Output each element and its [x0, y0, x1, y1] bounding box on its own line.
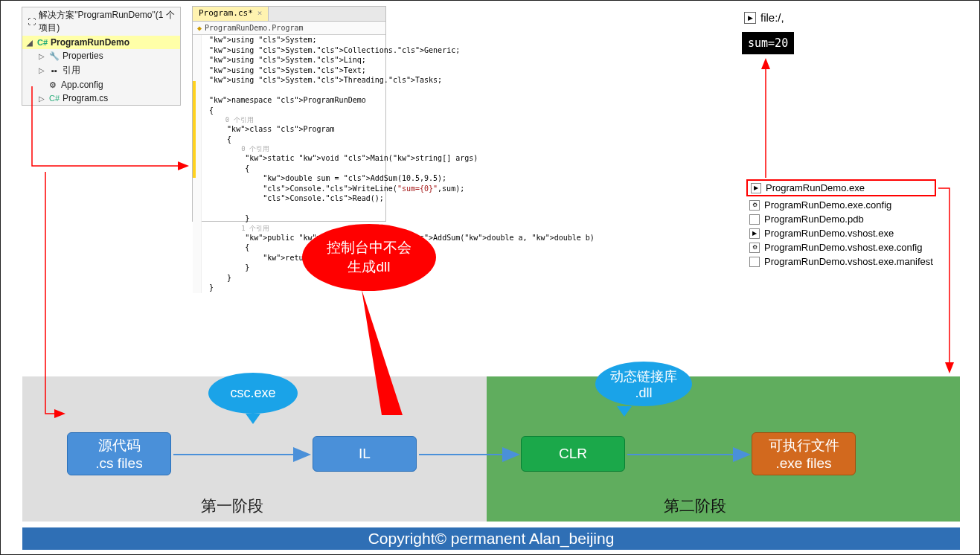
node-src-l1: 源代码 — [98, 436, 141, 455]
stage2-label: 第二阶段 — [664, 495, 726, 516]
project-name: ProgramRunDemo — [51, 37, 129, 48]
expand-icon[interactable]: ▷ — [39, 94, 46, 103]
editor-tab[interactable]: Program.cs* × — [193, 7, 269, 21]
node-il: IL — [313, 436, 417, 472]
file-icon — [749, 214, 760, 225]
project-row[interactable]: ◢ C# ProgramRunDemo — [22, 36, 180, 49]
code-line: "kw">using "cls">System."cls">Collection… — [203, 45, 385, 56]
red-callout: 控制台中不会 生成dll — [302, 224, 436, 291]
file-icon: ⚙ — [749, 243, 760, 253]
file-icon: ▶ — [749, 228, 760, 239]
dll-l2: .dll — [635, 385, 652, 401]
node-source: 源代码 .cs files — [67, 432, 171, 475]
cs-icon: C# — [49, 94, 60, 103]
file-row[interactable]: ▶ProgramRunDemo.exe — [746, 179, 936, 196]
callout-line2: 生成dll — [327, 257, 411, 277]
output-file-list: ▶ProgramRunDemo.exe⚙ProgramRunDemo.exe.c… — [746, 179, 936, 269]
config-icon: ⚙ — [48, 80, 58, 90]
file-row[interactable]: ProgramRunDemo.pdb — [746, 212, 936, 226]
code-line: "kw">class "cls">Program — [203, 124, 385, 135]
expand-icon[interactable]: ▷ — [39, 66, 46, 74]
close-icon[interactable]: × — [257, 8, 263, 19]
solution-icon: ⛶ — [27, 17, 36, 26]
file-row[interactable]: ⚙ProgramRunDemo.vshost.exe.config — [746, 240, 936, 254]
console-output: sum=20 — [742, 32, 794, 54]
code-line: { — [203, 164, 385, 174]
node-il-label: IL — [359, 446, 371, 462]
code-line: "kw">using "cls">System."cls">Text; — [203, 65, 385, 76]
console-text: sum=20 — [748, 36, 788, 50]
bubble-csc: csc.exe — [208, 373, 298, 414]
console-icon: ▶ — [744, 12, 756, 24]
tree-item-programcs[interactable]: ▷ C# Program.cs — [22, 92, 180, 105]
tree-item-appconfig[interactable]: ⚙ App.config — [22, 78, 180, 92]
code-line: { — [203, 135, 385, 145]
tree-label: 引用 — [63, 64, 80, 77]
code-line: "kw">static "kw">void "cls">Main("kw">st… — [203, 153, 385, 164]
expand-icon[interactable]: ▷ — [39, 52, 46, 60]
file-icon: ⚙ — [749, 200, 760, 211]
code-line: { — [203, 106, 385, 116]
tree-label: App.config — [61, 80, 103, 90]
code-line: "kw">using "cls">System."cls">Threading.… — [203, 75, 385, 86]
code-line — [203, 204, 385, 214]
node-exe-l2: .exe files — [776, 455, 832, 472]
csproj-icon: C# — [37, 38, 48, 47]
tree-label: Properties — [63, 51, 103, 61]
diagram-stage: 源代码 .cs files IL CLR 可执行文件 .exe files cs… — [22, 376, 960, 522]
csc-label: csc.exe — [230, 385, 275, 401]
file-row[interactable]: ▶ProgramRunDemo.vshost.exe — [746, 226, 936, 240]
copyright-text: Copyright© permanent Alan_beijing — [368, 530, 615, 548]
node-clr-label: CLR — [559, 446, 587, 462]
file-name: ProgramRunDemo.exe.config — [764, 199, 891, 211]
file-name: ProgramRunDemo.vshost.exe.config — [764, 242, 922, 253]
dll-l1: 动态链接库 — [610, 368, 677, 385]
node-src-l2: .cs files — [95, 455, 142, 472]
breadcrumb[interactable]: ◆ ProgramRunDemo.Program — [193, 22, 385, 35]
code-line: "kw">using "cls">System."cls">Linq; — [203, 55, 385, 65]
code-line: "kw">namespace "cls">ProgramRunDemo — [203, 95, 385, 106]
code-line: 0 个引用 — [203, 144, 385, 153]
file-name: ProgramRunDemo.pdb — [764, 214, 864, 225]
tab-bar: Program.cs* × — [193, 7, 385, 22]
expand-icon[interactable]: ◢ — [27, 39, 34, 47]
tree-item-properties[interactable]: ▷ 🔧 Properties — [22, 49, 180, 62]
node-exe: 可执行文件 .exe files — [752, 432, 856, 475]
file-row[interactable]: ProgramRunDemo.vshost.exe.manifest — [746, 254, 936, 269]
tree-label: Program.cs — [63, 93, 108, 103]
node-exe-l1: 可执行文件 — [769, 436, 839, 455]
tree-item-references[interactable]: ▷ ▪▪ 引用 — [22, 62, 180, 78]
file-name: ProgramRunDemo.vshost.exe.manifest — [764, 256, 933, 267]
wrench-icon: 🔧 — [49, 51, 60, 61]
canvas: ⛶ 解决方案"ProgramRunDemo"(1 个项目) ◢ C# Progr… — [0, 0, 980, 555]
bubble-dll: 动态链接库 .dll — [595, 362, 692, 406]
solution-title: 解决方案"ProgramRunDemo"(1 个项目) — [39, 9, 176, 34]
crumb-text: ProgramRunDemo.Program — [205, 23, 303, 33]
solution-explorer: ⛶ 解决方案"ProgramRunDemo"(1 个项目) ◢ C# Progr… — [22, 7, 181, 106]
code-line: 0 个引用 — [203, 115, 385, 124]
stage1-label: 第一阶段 — [201, 495, 263, 516]
console-title: file:/, — [760, 11, 784, 24]
console-titlebar: ▶ file:/, — [744, 11, 784, 24]
copyright-bar: Copyright© permanent Alan_beijing — [22, 527, 960, 550]
code-line: "kw">double sum = "cls">AddSum(10.5,9.5)… — [203, 173, 385, 184]
code-line: "cls">Console."cls">Read(); — [203, 193, 385, 204]
code-line: "kw">using "cls">System; — [203, 35, 385, 45]
file-icon: ▶ — [751, 183, 761, 193]
file-row[interactable]: ⚙ProgramRunDemo.exe.config — [746, 198, 936, 212]
callout-line1: 控制台中不会 — [327, 238, 411, 257]
node-clr: CLR — [521, 436, 625, 472]
tab-title: Program.cs* — [199, 8, 253, 19]
file-icon — [749, 257, 760, 267]
file-name: ProgramRunDemo.exe — [766, 182, 865, 193]
file-name: ProgramRunDemo.vshost.exe — [764, 228, 894, 239]
change-marker — [193, 81, 196, 178]
solution-title-row: ⛶ 解决方案"ProgramRunDemo"(1 个项目) — [22, 7, 180, 36]
code-line — [203, 86, 385, 96]
class-icon: ◆ — [197, 23, 202, 33]
code-line: } — [203, 214, 385, 224]
code-line: "cls">Console."cls">WriteLine("sum={0}",… — [203, 184, 385, 194]
references-icon: ▪▪ — [49, 66, 60, 75]
code-editor: Program.cs* × ◆ ProgramRunDemo.Program "… — [192, 6, 386, 222]
